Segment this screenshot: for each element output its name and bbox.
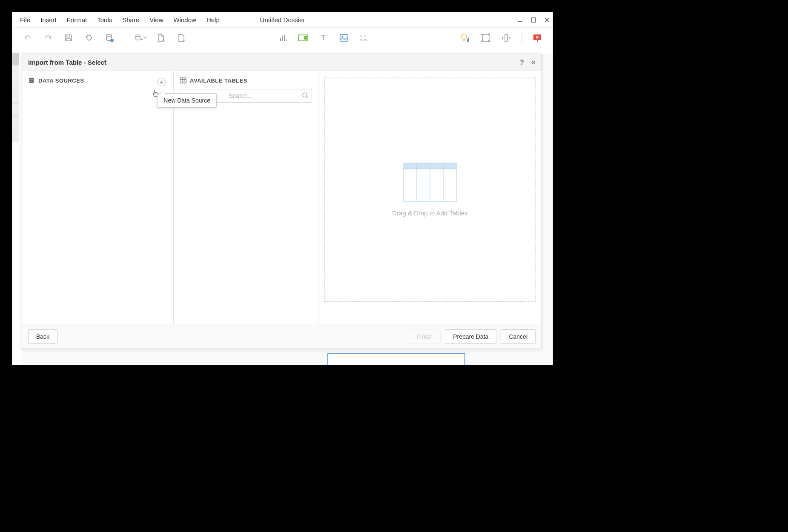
svg-rect-10 [280, 38, 281, 41]
window-controls [516, 16, 551, 24]
undo-icon[interactable] [20, 30, 35, 46]
data-sources-column: DATA SOURCES + New Data Source [22, 71, 174, 324]
svg-point-39 [303, 93, 307, 97]
save-icon[interactable] [61, 30, 76, 46]
svg-text:+: + [162, 37, 165, 42]
svg-text:HTML: HTML [360, 38, 368, 41]
menu-help[interactable]: Help [201, 14, 225, 26]
close-button[interactable] [543, 16, 551, 24]
text-icon[interactable]: T [316, 30, 331, 46]
menubar: File Insert Format Tools Share View Wind… [12, 12, 553, 28]
svg-point-21 [461, 34, 467, 39]
toolbar: + + + + T < >HTML [12, 28, 553, 48]
drop-zone[interactable]: Drag & Drop to Add Tables [324, 77, 536, 302]
svg-rect-25 [482, 34, 489, 41]
dialog-titlebar: Import from Table - Select ? × [22, 54, 542, 71]
cancel-button[interactable]: Cancel [501, 329, 536, 344]
drop-zone-text: Drag & Drop to Add Tables [392, 209, 467, 217]
prepare-data-button[interactable]: Prepare Data [445, 329, 496, 344]
new-data-source-tooltip: New Data Source [157, 93, 217, 108]
menu-format[interactable]: Format [62, 14, 92, 26]
menu-window[interactable]: Window [169, 14, 201, 26]
menu-view[interactable]: View [144, 14, 168, 26]
data-sources-label: DATA SOURCES [38, 77, 84, 84]
separator [125, 33, 125, 43]
svg-rect-11 [282, 36, 283, 41]
selected-visualization-outline [327, 353, 465, 365]
svg-rect-28 [481, 40, 483, 42]
svg-text:T: T [321, 34, 326, 42]
svg-text:+: + [285, 37, 287, 42]
available-tables-label: AVAILABLE TABLES [190, 77, 247, 84]
dialog-title: Import from Table - Select [28, 59, 106, 66]
svg-rect-26 [481, 34, 483, 35]
html-icon[interactable]: < >HTML [357, 30, 372, 46]
svg-rect-23 [467, 39, 468, 42]
svg-rect-35 [180, 78, 186, 83]
new-file-icon[interactable]: + [153, 30, 169, 46]
svg-point-5 [110, 39, 114, 42]
svg-rect-24 [468, 37, 469, 42]
menu-file[interactable]: File [15, 14, 35, 26]
svg-point-6 [136, 35, 140, 37]
svg-rect-1 [531, 18, 536, 22]
table-icon [180, 77, 186, 84]
database-icon [28, 77, 35, 84]
layout-icon[interactable] [478, 30, 493, 46]
refresh-icon[interactable] [81, 30, 97, 46]
finish-button: Finish [409, 329, 441, 344]
available-tables-header: AVAILABLE TABLES [180, 77, 312, 84]
widget-icon[interactable] [295, 30, 311, 46]
data-sources-header: DATA SOURCES [28, 77, 167, 84]
table-placeholder-icon [403, 163, 457, 202]
image-icon[interactable] [336, 30, 352, 46]
dialog-help-button[interactable]: ? [520, 59, 524, 66]
panel-icon[interactable] [499, 30, 514, 46]
dialog-body: DATA SOURCES + New Data Source [22, 71, 542, 324]
menu-tools[interactable]: Tools [92, 14, 117, 26]
svg-point-4 [106, 34, 112, 36]
back-button[interactable]: Back [28, 329, 57, 344]
svg-rect-17 [340, 34, 348, 41]
svg-line-40 [307, 97, 308, 98]
data-icon[interactable] [102, 30, 117, 46]
svg-rect-30 [505, 34, 507, 41]
left-panel-background [12, 53, 19, 365]
add-data-source-button[interactable]: + [157, 78, 166, 86]
app-title: Untitled Dossier [260, 16, 305, 23]
chart-icon[interactable]: + [275, 30, 290, 46]
dialog-close-button[interactable]: × [532, 59, 536, 66]
dialog-overlay: Import from Table - Select ? × DATA SOUR… [22, 54, 553, 365]
search-icon [302, 92, 309, 99]
ideas-icon[interactable] [458, 30, 473, 46]
svg-rect-29 [488, 40, 490, 42]
minimize-button[interactable] [516, 16, 524, 24]
app-window: File Insert Format Tools Share View Wind… [12, 12, 553, 365]
svg-text:< >: < > [360, 34, 366, 38]
svg-rect-15 [304, 36, 307, 40]
maximize-button[interactable] [530, 16, 537, 24]
import-dialog: Import from Table - Select ? × DATA SOUR… [22, 54, 542, 349]
menu-insert[interactable]: Insert [35, 14, 62, 26]
svg-text:+: + [183, 37, 185, 42]
separator [522, 33, 522, 43]
new-page-icon[interactable]: + [174, 30, 189, 46]
svg-rect-22 [463, 39, 465, 41]
available-tables-column: AVAILABLE TABLES [174, 71, 318, 324]
drop-column: Drag & Drop to Add Tables [318, 71, 542, 324]
dialog-footer: Back Finish Prepare Data Cancel [22, 324, 542, 349]
add-data-icon[interactable]: + [133, 30, 148, 46]
svg-text:+: + [140, 37, 143, 42]
present-icon[interactable] [530, 30, 545, 46]
redo-icon[interactable] [40, 30, 56, 46]
menu-share[interactable]: Share [117, 14, 144, 26]
svg-rect-27 [488, 34, 490, 35]
